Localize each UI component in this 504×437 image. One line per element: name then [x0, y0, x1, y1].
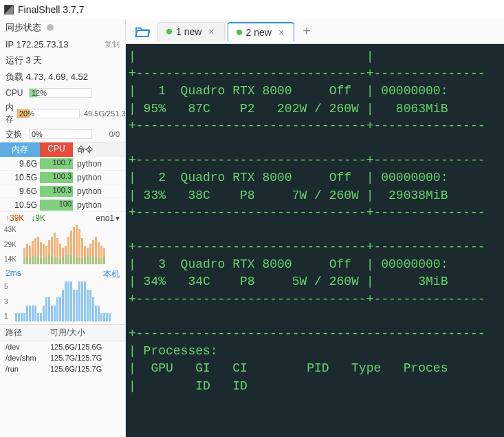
proc-header-mem[interactable]: 内存	[0, 142, 40, 157]
app-title: FinalShell 3.7.7	[18, 4, 85, 15]
ip-value: IP 172.25.73.13	[6, 39, 69, 50]
tab-1[interactable]: 1 new ×	[157, 22, 225, 41]
proc-mem: 10.5G	[0, 200, 40, 210]
close-icon[interactable]: ×	[278, 27, 284, 38]
fs-header-path[interactable]: 路径	[6, 327, 50, 339]
proc-cmd: python	[73, 173, 125, 182]
net-down: ↓9K	[31, 213, 45, 223]
tab-label: 1 new	[176, 26, 201, 37]
terminal-output[interactable]: | | +-------------------------------+---…	[126, 44, 504, 437]
proc-mem: 9.6G	[0, 159, 40, 169]
mem-meter: 内存 20% 49.5G/251.3G	[0, 100, 125, 127]
proc-cpu: 100.3	[40, 186, 73, 197]
swap-label: 交换	[6, 129, 26, 140]
status-dot-icon	[47, 24, 54, 31]
cpu-pct: 12%	[30, 89, 47, 97]
cpu-label: CPU	[6, 88, 26, 98]
tab-2[interactable]: 2 new ×	[228, 22, 295, 41]
load-row: 负载 4.73, 4.69, 4.52	[0, 69, 125, 85]
network-chart: 43K 29K 14K	[4, 224, 121, 264]
proc-mem: 10.5G	[0, 173, 40, 182]
ping-chart: 5 3 1	[4, 281, 121, 321]
uptime-value: 运行 3 天	[6, 54, 42, 67]
proc-cmd: python	[73, 200, 125, 210]
network-stats: ↑39K ↓9K eno1 ▾	[0, 212, 125, 224]
ping-latency: 2ms	[6, 268, 21, 280]
open-folder-button[interactable]	[130, 22, 155, 41]
proc-cmd: python	[73, 186, 125, 196]
ping-dest[interactable]: 本机	[103, 268, 120, 280]
tab-label: 2 new	[246, 27, 272, 38]
table-row[interactable]: 10.5G100.3python	[0, 171, 125, 184]
titlebar: FinalShell 3.7.7	[0, 0, 504, 19]
close-icon[interactable]: ×	[208, 26, 214, 37]
tabbar: 1 new × 2 new × +	[126, 19, 504, 44]
proc-cmd: python	[73, 159, 125, 169]
list-item[interactable]: /dev/shm125.7G/125.7G	[0, 352, 125, 363]
proc-cpu: 100.3	[40, 172, 73, 183]
proc-mem: 9.6G	[0, 186, 40, 196]
net-up: ↑39K	[6, 213, 24, 223]
proc-header-cmd[interactable]: 命令	[73, 142, 125, 157]
status-dot-icon	[237, 30, 242, 35]
filesystem-header: 路径 可用/大小	[0, 324, 125, 341]
mem-pct: 20%	[17, 109, 34, 118]
sync-status-row: 同步状态	[0, 19, 125, 36]
sync-label: 同步状态	[6, 21, 41, 34]
app-icon	[4, 5, 14, 14]
ip-row: IP 172.25.73.13 复制	[0, 36, 125, 52]
table-row[interactable]: 9.6G100.3python	[0, 184, 125, 198]
mem-bar: 20%	[17, 109, 80, 118]
fs-header-size[interactable]: 可用/大小	[50, 327, 120, 339]
swap-extra: 0/0	[109, 130, 120, 138]
content-area: 1 new × 2 new × + | | +-----------------…	[126, 19, 504, 437]
status-dot-icon	[166, 29, 172, 34]
load-value: 负载 4.73, 4.69, 4.52	[6, 71, 88, 83]
proc-cpu: 100	[40, 200, 73, 211]
table-row[interactable]: 10.5G100python	[0, 198, 125, 212]
swap-meter: 交换 0% 0/0	[0, 127, 125, 142]
sidebar: 同步状态 IP 172.25.73.13 复制 运行 3 天 负载 4.73, …	[0, 19, 126, 437]
process-header: 内存 CPU 命令	[0, 142, 125, 157]
ping-header: 2ms 本机	[0, 267, 125, 281]
proc-cpu: 100.7	[40, 158, 73, 169]
chevron-down-icon: ▾	[116, 213, 120, 223]
list-item[interactable]: /run125.6G/125.7G	[0, 363, 125, 374]
table-row[interactable]: 9.6G100.7python	[0, 157, 125, 171]
list-item[interactable]: /dev125.6G/125.6G	[0, 341, 125, 352]
process-table: 内存 CPU 命令 9.6G100.7python10.5G100.3pytho…	[0, 142, 125, 212]
folder-open-icon	[135, 25, 150, 38]
proc-header-cpu[interactable]: CPU	[40, 142, 73, 157]
copy-button[interactable]: 复制	[105, 39, 120, 50]
new-tab-button[interactable]: +	[297, 22, 316, 41]
cpu-bar: 12%	[29, 88, 92, 98]
mem-label: 内存	[6, 102, 14, 125]
cpu-meter: CPU 12%	[0, 85, 125, 100]
uptime-row: 运行 3 天	[0, 52, 125, 69]
interface-select[interactable]: eno1 ▾	[96, 213, 120, 223]
mem-extra: 49.5G/251.3G	[84, 109, 126, 118]
swap-pct: 0%	[30, 130, 43, 138]
swap-bar: 0%	[29, 129, 92, 139]
